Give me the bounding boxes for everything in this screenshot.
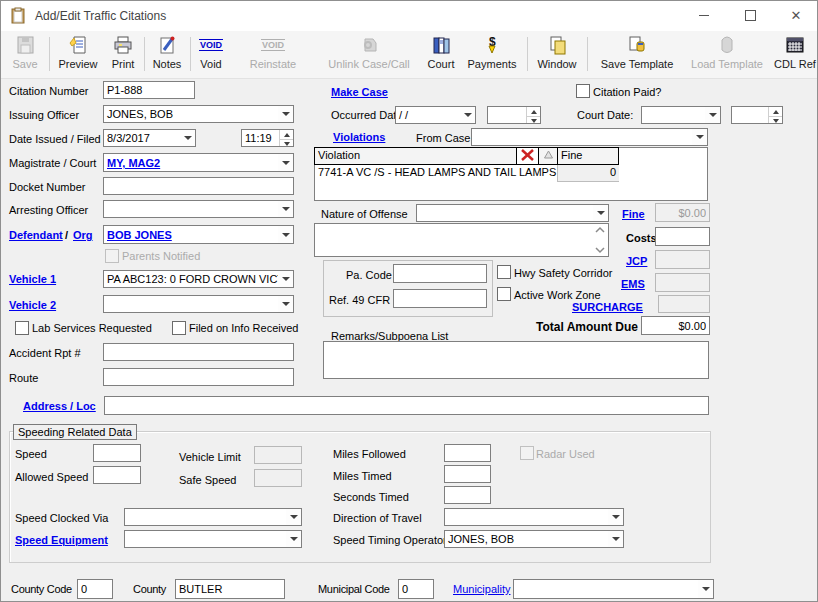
payments-button[interactable]: $ Payments [463, 33, 521, 76]
save-button[interactable]: Save [5, 33, 45, 76]
county-input[interactable] [175, 579, 285, 599]
allowed-speed-label: Allowed Speed [15, 471, 88, 484]
parents-notified-label: Parents Notified [122, 250, 200, 263]
offense-description-area[interactable] [314, 223, 609, 257]
save-template-button[interactable]: Save Template [593, 33, 681, 76]
citation-number-label: Citation Number [9, 85, 88, 98]
reinstate-button[interactable]: VOID Reinstate [241, 33, 305, 76]
issuing-officer-value: JONES, BOB [104, 108, 278, 120]
vehicle1-link[interactable]: Vehicle 1 [9, 273, 56, 286]
violation-row-fine[interactable]: 0 [557, 165, 619, 182]
defendant-link[interactable]: Defendant [9, 229, 63, 242]
speed-equipment-link[interactable]: Speed Equipment [15, 534, 108, 547]
safe-speed-label: Safe Speed [179, 474, 237, 487]
costs-input[interactable] [655, 227, 710, 246]
vehicle1-select[interactable]: PA ABC123: 0 FORD CROWN VICT [103, 270, 294, 288]
vehicle2-select[interactable] [103, 295, 294, 313]
void-button[interactable]: VOID Void [193, 33, 229, 76]
save-template-icon [626, 33, 648, 57]
dropdown-arrow-icon [460, 107, 475, 123]
violation-row-description[interactable]: 7741-A VC /S - HEAD LAMPS AND TAIL LAMPS [315, 165, 557, 182]
fine-link[interactable]: Fine [622, 208, 645, 221]
load-template-button[interactable]: Load Template [685, 33, 769, 76]
from-case-select[interactable] [471, 128, 708, 146]
court-date-select[interactable] [641, 106, 721, 124]
make-case-link[interactable]: Make Case [331, 86, 388, 99]
municipality-select[interactable] [513, 579, 714, 599]
window-icon [546, 33, 568, 57]
spinner-arrows-icon[interactable] [768, 107, 782, 123]
remarks-textarea[interactable] [323, 341, 709, 379]
filed-on-info-checkbox[interactable] [172, 321, 186, 335]
titlebar: Add/Edit Traffic Citations ✕ [1, 1, 817, 32]
court-time-spinner[interactable] [731, 106, 783, 124]
jcp-link[interactable]: JCP [626, 255, 647, 268]
sort-triangle-icon[interactable] [538, 147, 558, 165]
ems-link[interactable]: EMS [621, 278, 645, 291]
arresting-officer-select[interactable] [103, 200, 294, 218]
window-button[interactable]: Window [531, 33, 583, 76]
docket-number-input[interactable] [103, 177, 294, 195]
spinner-arrows-icon[interactable] [526, 107, 540, 123]
add-edit-traffic-citations-window: Add/Edit Traffic Citations ✕ Save Previe… [0, 0, 818, 602]
fine-column-header[interactable]: Fine [557, 147, 619, 165]
issuing-officer-select[interactable]: JONES, BOB [103, 105, 294, 123]
occurred-time-spinner[interactable] [487, 106, 541, 124]
seconds-timed-input[interactable] [444, 486, 491, 504]
court-button[interactable]: Court [421, 33, 461, 76]
violation-column-header[interactable]: Violation [314, 147, 517, 165]
magistrate-court-select[interactable]: MY, MAG2 [103, 153, 294, 172]
speed-equipment-select[interactable] [124, 530, 302, 548]
violations-link[interactable]: Violations [333, 131, 385, 144]
surcharge-link[interactable]: SURCHARGE [572, 301, 643, 314]
municipality-link[interactable]: Municipality [453, 583, 510, 596]
radar-used-label: Radar Used [536, 448, 595, 461]
scroll-up-icon[interactable] [594, 226, 606, 234]
speed-timing-operator-select[interactable]: JONES, BOB [444, 530, 624, 548]
address-loc-link[interactable]: Address / Loc [23, 400, 96, 413]
miles-timed-input[interactable] [444, 465, 491, 483]
cdl-ref-button[interactable]: CDL Ref [773, 33, 817, 76]
accident-rpt-input[interactable] [103, 343, 294, 361]
occurred-date-select[interactable]: / / [395, 106, 476, 124]
defendant-select[interactable]: BOB JONES [103, 225, 294, 244]
county-code-input[interactable] [77, 579, 113, 599]
org-link[interactable]: Org [73, 229, 93, 242]
citation-paid-checkbox[interactable] [576, 84, 590, 98]
accident-rpt-label: Accident Rpt # [9, 347, 81, 360]
miles-followed-input[interactable] [444, 444, 491, 462]
hwy-safety-corridor-checkbox[interactable] [497, 265, 511, 279]
date-issued-select[interactable]: 8/3/2017 [103, 129, 196, 147]
print-button[interactable]: Print [105, 33, 141, 76]
citation-number-input[interactable] [103, 81, 195, 99]
lab-services-checkbox[interactable] [15, 321, 29, 335]
pa-code-input[interactable] [393, 264, 487, 283]
toolbar-separator [527, 37, 528, 71]
notes-button[interactable]: Notes [147, 33, 187, 76]
active-work-zone-checkbox[interactable] [497, 287, 511, 301]
address-loc-input[interactable] [104, 396, 709, 415]
route-input[interactable] [103, 368, 294, 386]
scroll-down-icon[interactable] [594, 246, 606, 254]
time-issued-spinner[interactable]: 11:19 [241, 129, 294, 147]
preview-button[interactable]: Preview [53, 33, 103, 76]
minimize-button[interactable] [681, 1, 727, 30]
close-button[interactable]: ✕ [773, 1, 818, 30]
toolbar-separator [144, 37, 145, 71]
toolbar: Save Preview Print Notes VOID Void VOID … [1, 31, 817, 79]
delete-violation-button[interactable] [516, 147, 539, 165]
ref-49-cfr-input[interactable] [393, 289, 487, 308]
unlink-case-call-button[interactable]: Unlink Case/Call [321, 33, 417, 76]
citation-paid-label: Citation Paid? [593, 86, 662, 99]
maximize-button[interactable] [727, 1, 773, 30]
vehicle2-link[interactable]: Vehicle 2 [9, 299, 56, 312]
costs-label: Costs [626, 232, 657, 245]
allowed-speed-input[interactable] [93, 466, 141, 484]
nature-of-offense-select[interactable] [416, 204, 609, 222]
spinner-arrows-icon[interactable] [279, 130, 293, 146]
vehicle-limit-label: Vehicle Limit [179, 451, 241, 464]
municipal-code-input[interactable] [398, 579, 434, 599]
speed-clocked-via-select[interactable] [124, 508, 302, 526]
direction-of-travel-select[interactable] [444, 508, 624, 526]
speed-input[interactable] [93, 444, 141, 462]
